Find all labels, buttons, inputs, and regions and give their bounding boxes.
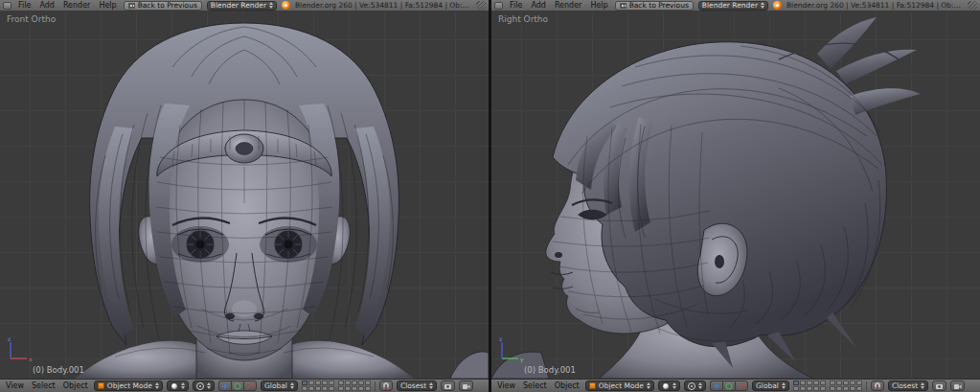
transform-orientation-select[interactable]: Global: [261, 380, 298, 391]
menu-view[interactable]: View: [4, 381, 26, 390]
menu-object[interactable]: Object: [61, 381, 90, 390]
layer-button[interactable]: [315, 386, 321, 391]
layer-button[interactable]: [322, 380, 328, 385]
layer-button[interactable]: [843, 386, 849, 391]
layer-button[interactable]: [807, 380, 812, 385]
layer-button[interactable]: [329, 380, 334, 385]
blender-logo-icon: [282, 1, 290, 10]
translate-arrows-icon: [713, 382, 720, 390]
toolbar-separator: [866, 381, 867, 391]
layer-button[interactable]: [830, 386, 835, 391]
layer-button[interactable]: [836, 380, 842, 385]
area-corner-grip[interactable]: [476, 1, 486, 11]
manipulator-rotate-button[interactable]: [722, 380, 735, 391]
layer-button[interactable]: [830, 380, 835, 385]
snap-toggle-button[interactable]: [871, 380, 884, 391]
layer-button[interactable]: [850, 386, 855, 391]
manipulator-scale-button[interactable]: [243, 380, 257, 391]
viewport-label: Front Ortho: [7, 14, 56, 24]
layer-button[interactable]: [302, 386, 308, 391]
menu-select[interactable]: Select: [521, 381, 549, 390]
layer-button[interactable]: [345, 380, 351, 385]
dropdown-arrows-icon: [921, 382, 924, 389]
layer-button[interactable]: [308, 386, 314, 391]
manipulator-translate-button[interactable]: [218, 380, 231, 391]
layer-button[interactable]: [338, 380, 344, 385]
scale-icon: [246, 382, 254, 390]
screen-layout-icon: [128, 3, 135, 9]
layer-button[interactable]: [338, 386, 344, 391]
transform-orientation-select[interactable]: Global: [752, 380, 789, 391]
layer-button[interactable]: [329, 386, 334, 391]
viewport-label: Right Ortho: [498, 14, 548, 24]
render-engine-select[interactable]: Blender Render: [207, 1, 277, 11]
menu-render[interactable]: Render: [553, 1, 583, 10]
layer-button[interactable]: [836, 386, 842, 391]
layer-button[interactable]: [365, 380, 371, 385]
area-corner-grip[interactable]: [968, 1, 977, 11]
menu-object[interactable]: Object: [553, 381, 581, 390]
menu-file[interactable]: File: [16, 1, 33, 10]
manipulator-translate-button[interactable]: [710, 380, 722, 391]
layer-button[interactable]: [850, 380, 855, 385]
layer-button[interactable]: [807, 386, 812, 391]
mode-value: Object Mode: [599, 381, 644, 390]
menu-help[interactable]: Help: [588, 1, 609, 10]
manipulator-scale-button[interactable]: [735, 380, 748, 391]
layer-button[interactable]: [352, 386, 357, 391]
layer-button[interactable]: [820, 386, 826, 391]
menu-view[interactable]: View: [495, 381, 517, 390]
back-to-previous-button[interactable]: Back to Previous: [615, 1, 694, 11]
layer-button[interactable]: [800, 386, 806, 391]
render-engine-select[interactable]: Blender Render: [698, 1, 768, 11]
layer-button[interactable]: [813, 386, 819, 391]
menu-add[interactable]: Add: [37, 1, 57, 10]
menu-add[interactable]: Add: [529, 1, 548, 10]
layer-button[interactable]: [352, 380, 357, 385]
layer-group-2: [830, 380, 862, 391]
snap-element-select[interactable]: Closest: [397, 380, 437, 391]
menu-help[interactable]: Help: [97, 1, 118, 10]
menu-file[interactable]: File: [508, 1, 524, 10]
back-to-previous-button[interactable]: Back to Previous: [124, 1, 202, 11]
layer-button[interactable]: [813, 380, 819, 385]
layer-button[interactable]: [800, 380, 806, 385]
blender-app-window: File Add Render Help Back to Previous Bl…: [0, 0, 980, 392]
layer-button[interactable]: [345, 386, 351, 391]
render-opengl-button[interactable]: [932, 380, 946, 391]
mode-select[interactable]: Object Mode: [94, 380, 163, 391]
layer-button[interactable]: [358, 380, 364, 385]
snap-element-select[interactable]: Closest: [888, 380, 928, 391]
editor-type-icon[interactable]: [3, 2, 11, 10]
layer-button[interactable]: [302, 380, 308, 385]
layer-button[interactable]: [843, 380, 849, 385]
pivot-select[interactable]: [684, 380, 706, 391]
render-opengl-anim-button[interactable]: [459, 380, 473, 391]
snap-toggle-button[interactable]: [379, 380, 393, 391]
viewport-shading-select[interactable]: [167, 380, 189, 391]
layer-button[interactable]: [358, 386, 364, 391]
rotate-icon: [725, 382, 733, 390]
layer-button[interactable]: [308, 380, 314, 385]
layer-button[interactable]: [856, 380, 862, 385]
render-opengl-anim-button[interactable]: [950, 380, 965, 391]
layer-button[interactable]: [793, 386, 799, 391]
layer-button[interactable]: [793, 380, 799, 385]
mode-select[interactable]: Object Mode: [585, 380, 654, 391]
viewport-3d-right[interactable]: Right Ortho y z (0) Body.001: [491, 12, 980, 379]
viewport-shading-select[interactable]: [658, 380, 680, 391]
layer-button[interactable]: [365, 386, 371, 391]
layer-button[interactable]: [322, 386, 328, 391]
render-opengl-button[interactable]: [441, 380, 455, 391]
layer-button[interactable]: [856, 386, 862, 391]
editor-type-icon[interactable]: [494, 2, 503, 10]
layer-button[interactable]: [820, 380, 826, 385]
menu-select[interactable]: Select: [30, 381, 57, 390]
pivot-select[interactable]: [193, 380, 215, 391]
menu-render[interactable]: Render: [61, 1, 92, 10]
manipulator-rotate-button[interactable]: [231, 380, 243, 391]
dropdown-arrows-icon: [698, 382, 702, 389]
scale-icon: [738, 382, 745, 390]
viewport-3d-front[interactable]: Front Ortho x z (0) Body.001: [0, 12, 489, 379]
layer-button[interactable]: [315, 380, 321, 385]
